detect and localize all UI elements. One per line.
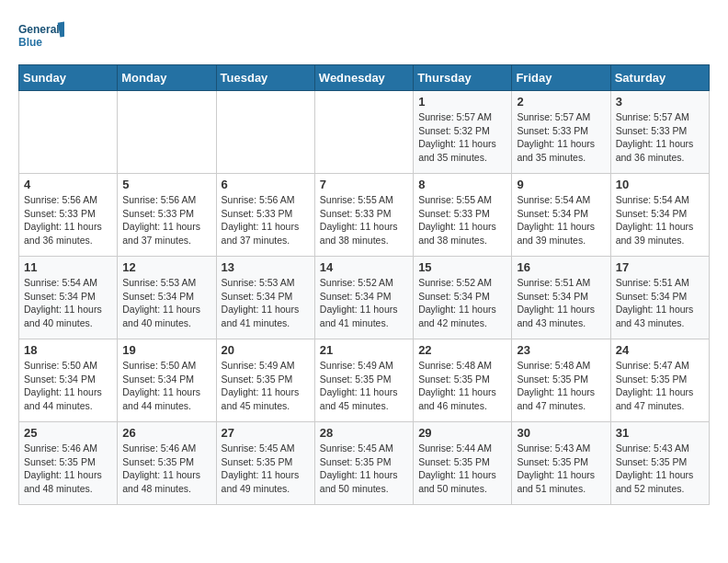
calendar-cell: 29Sunrise: 5:44 AMSunset: 5:35 PMDayligh… xyxy=(414,422,512,505)
day-info: Sunrise: 5:57 AMSunset: 5:33 PMDaylight:… xyxy=(616,110,704,165)
day-number: 12 xyxy=(122,260,210,274)
day-number: 9 xyxy=(517,178,605,191)
page-header: General Blue xyxy=(18,18,710,55)
calendar-cell: 13Sunrise: 5:53 AMSunset: 5:34 PMDayligh… xyxy=(216,257,314,339)
day-number: 31 xyxy=(616,426,704,440)
day-info: Sunrise: 5:48 AMSunset: 5:35 PMDaylight:… xyxy=(418,359,506,413)
day-info: Sunrise: 5:45 AMSunset: 5:35 PMDaylight:… xyxy=(222,442,310,496)
calendar-cell: 15Sunrise: 5:52 AMSunset: 5:34 PMDayligh… xyxy=(414,257,512,339)
calendar-cell: 4Sunrise: 5:56 AMSunset: 5:33 PMDaylight… xyxy=(19,174,118,257)
day-number: 5 xyxy=(122,178,210,191)
day-number: 13 xyxy=(222,260,310,274)
calendar-cell: 10Sunrise: 5:54 AMSunset: 5:34 PMDayligh… xyxy=(610,174,709,257)
day-info: Sunrise: 5:44 AMSunset: 5:35 PMDaylight:… xyxy=(418,442,506,496)
calendar-cell: 31Sunrise: 5:43 AMSunset: 5:35 PMDayligh… xyxy=(610,422,709,505)
calendar-cell: 27Sunrise: 5:45 AMSunset: 5:35 PMDayligh… xyxy=(216,422,314,505)
day-number: 17 xyxy=(616,260,704,274)
calendar-cell: 9Sunrise: 5:54 AMSunset: 5:34 PMDaylight… xyxy=(512,174,610,257)
calendar-week-row: 1Sunrise: 5:57 AMSunset: 5:32 PMDaylight… xyxy=(19,91,710,174)
weekday-header-thursday: Thursday xyxy=(414,65,512,91)
day-number: 30 xyxy=(517,426,605,440)
day-info: Sunrise: 5:46 AMSunset: 5:35 PMDaylight:… xyxy=(122,442,210,496)
weekday-header-tuesday: Tuesday xyxy=(216,65,314,91)
day-info: Sunrise: 5:50 AMSunset: 5:34 PMDaylight:… xyxy=(122,359,210,413)
day-number: 10 xyxy=(616,178,704,191)
weekday-header-row: SundayMondayTuesdayWednesdayThursdayFrid… xyxy=(19,65,710,91)
day-info: Sunrise: 5:54 AMSunset: 5:34 PMDaylight:… xyxy=(517,193,605,247)
day-info: Sunrise: 5:56 AMSunset: 5:33 PMDaylight:… xyxy=(122,193,210,247)
calendar-cell: 17Sunrise: 5:51 AMSunset: 5:34 PMDayligh… xyxy=(610,257,709,339)
weekday-header-monday: Monday xyxy=(118,65,216,91)
calendar-cell: 1Sunrise: 5:57 AMSunset: 5:32 PMDaylight… xyxy=(414,91,512,174)
calendar-cell: 12Sunrise: 5:53 AMSunset: 5:34 PMDayligh… xyxy=(118,257,216,339)
calendar-week-row: 11Sunrise: 5:54 AMSunset: 5:34 PMDayligh… xyxy=(19,257,710,339)
day-number: 6 xyxy=(222,178,310,191)
svg-text:Blue: Blue xyxy=(18,36,42,49)
day-info: Sunrise: 5:50 AMSunset: 5:34 PMDaylight:… xyxy=(24,359,112,413)
day-info: Sunrise: 5:45 AMSunset: 5:35 PMDaylight:… xyxy=(320,442,408,496)
weekday-header-friday: Friday xyxy=(512,65,610,91)
day-info: Sunrise: 5:51 AMSunset: 5:34 PMDaylight:… xyxy=(616,276,704,330)
day-number: 14 xyxy=(320,260,408,274)
calendar-cell: 21Sunrise: 5:49 AMSunset: 5:35 PMDayligh… xyxy=(314,339,413,422)
day-number: 27 xyxy=(222,426,310,440)
calendar-table: SundayMondayTuesdayWednesdayThursdayFrid… xyxy=(18,64,710,505)
calendar-cell xyxy=(19,91,118,174)
day-info: Sunrise: 5:43 AMSunset: 5:35 PMDaylight:… xyxy=(517,442,605,496)
day-number: 25 xyxy=(24,426,112,440)
calendar-cell: 11Sunrise: 5:54 AMSunset: 5:34 PMDayligh… xyxy=(19,257,118,339)
day-number: 8 xyxy=(418,178,506,191)
calendar-cell: 24Sunrise: 5:47 AMSunset: 5:35 PMDayligh… xyxy=(610,339,709,422)
logo-svg: General Blue xyxy=(18,18,64,55)
day-info: Sunrise: 5:49 AMSunset: 5:35 PMDaylight:… xyxy=(222,359,310,413)
weekday-header-saturday: Saturday xyxy=(610,65,709,91)
calendar-cell: 22Sunrise: 5:48 AMSunset: 5:35 PMDayligh… xyxy=(414,339,512,422)
day-number: 24 xyxy=(616,343,704,357)
day-number: 11 xyxy=(24,260,112,274)
day-number: 2 xyxy=(517,95,605,109)
day-info: Sunrise: 5:49 AMSunset: 5:35 PMDaylight:… xyxy=(320,359,408,413)
calendar-cell xyxy=(216,91,314,174)
calendar-week-row: 4Sunrise: 5:56 AMSunset: 5:33 PMDaylight… xyxy=(19,174,710,257)
calendar-cell: 20Sunrise: 5:49 AMSunset: 5:35 PMDayligh… xyxy=(216,339,314,422)
day-info: Sunrise: 5:48 AMSunset: 5:35 PMDaylight:… xyxy=(517,359,605,413)
day-number: 7 xyxy=(320,178,408,191)
day-number: 20 xyxy=(222,343,310,357)
calendar-cell: 25Sunrise: 5:46 AMSunset: 5:35 PMDayligh… xyxy=(19,422,118,505)
day-info: Sunrise: 5:53 AMSunset: 5:34 PMDaylight:… xyxy=(122,276,210,330)
day-info: Sunrise: 5:57 AMSunset: 5:32 PMDaylight:… xyxy=(418,110,506,165)
calendar-week-row: 25Sunrise: 5:46 AMSunset: 5:35 PMDayligh… xyxy=(19,422,710,505)
day-number: 18 xyxy=(24,343,112,357)
calendar-cell: 19Sunrise: 5:50 AMSunset: 5:34 PMDayligh… xyxy=(118,339,216,422)
calendar-cell: 28Sunrise: 5:45 AMSunset: 5:35 PMDayligh… xyxy=(314,422,413,505)
calendar-cell: 14Sunrise: 5:52 AMSunset: 5:34 PMDayligh… xyxy=(314,257,413,339)
day-number: 28 xyxy=(320,426,408,440)
day-number: 4 xyxy=(24,178,112,191)
day-info: Sunrise: 5:52 AMSunset: 5:34 PMDaylight:… xyxy=(320,276,408,330)
day-info: Sunrise: 5:56 AMSunset: 5:33 PMDaylight:… xyxy=(222,193,310,247)
logo: General Blue xyxy=(18,18,64,55)
day-info: Sunrise: 5:52 AMSunset: 5:34 PMDaylight:… xyxy=(418,276,506,330)
calendar-cell: 6Sunrise: 5:56 AMSunset: 5:33 PMDaylight… xyxy=(216,174,314,257)
calendar-week-row: 18Sunrise: 5:50 AMSunset: 5:34 PMDayligh… xyxy=(19,339,710,422)
calendar-cell: 2Sunrise: 5:57 AMSunset: 5:33 PMDaylight… xyxy=(512,91,610,174)
svg-text:General: General xyxy=(18,23,60,36)
day-number: 26 xyxy=(122,426,210,440)
calendar-cell: 23Sunrise: 5:48 AMSunset: 5:35 PMDayligh… xyxy=(512,339,610,422)
day-info: Sunrise: 5:55 AMSunset: 5:33 PMDaylight:… xyxy=(320,193,408,247)
day-number: 19 xyxy=(122,343,210,357)
day-info: Sunrise: 5:57 AMSunset: 5:33 PMDaylight:… xyxy=(517,110,605,165)
weekday-header-sunday: Sunday xyxy=(19,65,118,91)
calendar-cell: 30Sunrise: 5:43 AMSunset: 5:35 PMDayligh… xyxy=(512,422,610,505)
day-number: 3 xyxy=(616,95,704,109)
calendar-cell: 7Sunrise: 5:55 AMSunset: 5:33 PMDaylight… xyxy=(314,174,413,257)
calendar-cell xyxy=(314,91,413,174)
day-number: 15 xyxy=(418,260,506,274)
day-number: 22 xyxy=(418,343,506,357)
day-number: 16 xyxy=(517,260,605,274)
weekday-header-wednesday: Wednesday xyxy=(314,65,413,91)
day-info: Sunrise: 5:43 AMSunset: 5:35 PMDaylight:… xyxy=(616,442,704,496)
day-info: Sunrise: 5:51 AMSunset: 5:34 PMDaylight:… xyxy=(517,276,605,330)
day-info: Sunrise: 5:46 AMSunset: 5:35 PMDaylight:… xyxy=(24,442,112,496)
day-number: 29 xyxy=(418,426,506,440)
